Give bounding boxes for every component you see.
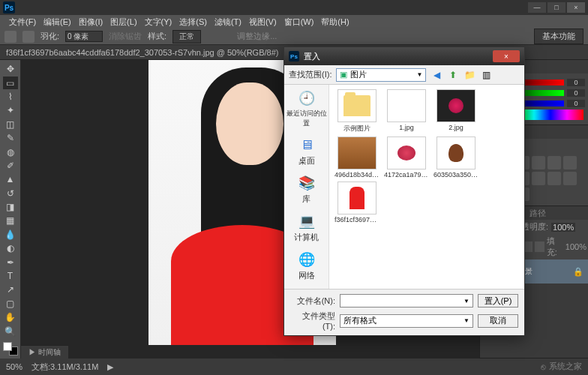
menu-layer[interactable]: 图层(L) <box>107 16 140 28</box>
zoom-level[interactable]: 50% <box>6 362 22 371</box>
watermark-text: 系统之家 <box>549 361 582 372</box>
brush-tool[interactable]: ✐ <box>3 160 18 172</box>
zoom-tool[interactable]: 🔍 <box>3 325 18 337</box>
menu-file[interactable]: 文件(F) <box>6 16 39 28</box>
feather-input[interactable] <box>65 31 103 42</box>
r-value[interactable]: 0 <box>567 79 585 86</box>
recent-icon: 🕘 <box>296 89 317 107</box>
file-item[interactable]: 2.jpg <box>433 89 479 134</box>
gradient-tool[interactable]: ▦ <box>3 214 18 226</box>
status-arrow-icon[interactable]: ▶ <box>107 362 113 372</box>
adj-hue-icon[interactable] <box>563 156 577 170</box>
dialog-title-bar[interactable]: Ps 置入 × <box>284 47 524 65</box>
crop-tool[interactable]: ◫ <box>3 118 18 130</box>
menu-text[interactable]: 文字(Y) <box>142 16 176 28</box>
chevron-down-icon: ▼ <box>417 71 423 78</box>
lookin-combo[interactable]: ▣ 图片 ▼ <box>336 68 426 82</box>
style-label: 样式: <box>148 31 166 42</box>
place-computer[interactable]: 💻计算机 <box>294 212 319 243</box>
adj-lookup-icon[interactable] <box>532 172 545 185</box>
menu-help[interactable]: 帮助(H) <box>318 16 352 28</box>
views-icon[interactable]: ▥ <box>480 69 492 81</box>
adj-vibrance-icon[interactable] <box>548 156 561 170</box>
menu-image[interactable]: 图像(I) <box>76 16 106 28</box>
place-recent[interactable]: 🕘最近访问的位置 <box>284 89 328 128</box>
wand-tool[interactable]: ✦ <box>3 104 18 116</box>
file-item[interactable]: 603503a350104... <box>433 136 479 178</box>
menu-window[interactable]: 窗口(W) <box>281 16 317 28</box>
desktop-icon: 🖥 <box>296 136 317 154</box>
lock-all-icon[interactable] <box>535 242 544 252</box>
type-tool[interactable]: T <box>3 270 18 282</box>
dialog-title: 置入 <box>304 51 320 62</box>
marquee-icon[interactable] <box>22 31 34 43</box>
b-value[interactable]: 0 <box>567 100 585 107</box>
g-value[interactable]: 0 <box>567 89 585 97</box>
place-desktop[interactable]: 🖥桌面 <box>296 136 317 166</box>
adj-invert-icon[interactable] <box>548 172 561 185</box>
filetype-select[interactable]: 所有格式▼ <box>340 314 473 328</box>
filename-input[interactable]: ▼ <box>340 294 473 308</box>
back-icon[interactable]: ◀ <box>430 69 442 81</box>
menu-select[interactable]: 选择(S) <box>176 16 210 28</box>
marquee-tool[interactable]: ▭ <box>3 76 18 88</box>
toolbox: ✥ ▭ ⌇ ✦ ◫ ✎ ◍ ✐ ▲ ↺ ◨ ▦ 💧 ◐ ✒ T ↗ ▢ ✋ 🔍 <box>0 60 21 358</box>
minimize-button[interactable]: — <box>528 2 546 13</box>
menu-edit[interactable]: 编辑(E) <box>40 16 74 28</box>
style-select[interactable]: 正常 <box>172 30 201 44</box>
lock-icon: 🔒 <box>573 267 584 277</box>
pen-tool[interactable]: ✒ <box>3 256 18 268</box>
fill-value[interactable]: 100% <box>566 242 586 251</box>
paths-tab[interactable]: 路径 <box>530 208 546 219</box>
window-buttons: — □ × <box>528 2 585 13</box>
stamp-tool[interactable]: ▲ <box>3 173 18 185</box>
document-tab[interactable]: f36f1cf3697b6aabc44cddfa6178ddf2_307053-… <box>6 48 287 57</box>
blur-tool[interactable]: 💧 <box>3 229 18 241</box>
menu-view[interactable]: 视图(V) <box>246 16 280 28</box>
file-item[interactable]: f36f1cf3697b6... <box>334 182 380 224</box>
lasso-tool[interactable]: ⌇ <box>3 91 18 103</box>
up-icon[interactable]: ⬆ <box>447 69 459 81</box>
dodge-tool[interactable]: ◐ <box>3 242 18 254</box>
maximize-button[interactable]: □ <box>548 2 566 13</box>
heal-tool[interactable]: ◍ <box>3 146 18 158</box>
workspace-switcher[interactable]: 基本功能 <box>534 28 584 44</box>
cancel-button[interactable]: 取消 <box>478 314 518 328</box>
history-brush-tool[interactable]: ↺ <box>3 188 18 200</box>
chevron-down-icon: ▼ <box>464 298 470 304</box>
lookin-label: 查找范围(I): <box>289 69 332 80</box>
place-button[interactable]: 置入(P) <box>478 294 518 308</box>
place-library[interactable]: 📚库 <box>296 174 317 205</box>
opacity-value[interactable]: 100% <box>551 223 575 232</box>
refine-edge-button[interactable]: 调整边缘... <box>237 31 277 42</box>
eyedropper-tool[interactable]: ✎ <box>3 132 18 144</box>
eraser-tool[interactable]: ◨ <box>3 201 18 213</box>
doc-info[interactable]: 文档:3.11M/3.11M <box>32 362 98 373</box>
dialog-body: 🕘最近访问的位置 🖥桌面 📚库 💻计算机 🌐网络 示例图片 1.jpg 2.jp… <box>284 85 524 289</box>
place-dialog: Ps 置入 × 查找范围(I): ▣ 图片 ▼ ◀ ⬆ 📁 ▥ 🕘最近访问的位置… <box>284 46 525 336</box>
watermark: ⎋ 系统之家 <box>541 361 582 372</box>
file-item[interactable]: 示例图片 <box>334 89 380 134</box>
file-item[interactable]: 496d18b34d07... <box>334 136 380 178</box>
library-icon: 📚 <box>296 174 317 192</box>
dialog-close-button[interactable]: × <box>493 50 520 62</box>
title-bar: Ps — □ × <box>0 0 588 15</box>
new-folder-icon[interactable]: 📁 <box>464 69 476 81</box>
document-tab-label: f36f1cf3697b6aabc44cddfa6178ddf2_307053-… <box>6 48 278 57</box>
file-list[interactable]: 示例图片 1.jpg 2.jpg 496d18b34d07... 4172ca1… <box>329 85 524 289</box>
adj-exposure-icon[interactable] <box>532 156 545 170</box>
place-network[interactable]: 🌐网络 <box>296 250 317 281</box>
shape-tool[interactable]: ▢ <box>3 298 18 310</box>
adj-poster-icon[interactable] <box>563 172 577 185</box>
move-tool[interactable]: ✥ <box>3 63 18 75</box>
menu-filter[interactable]: 滤镜(T) <box>212 16 244 28</box>
file-item[interactable]: 4172ca1a795d... <box>383 136 430 178</box>
tool-preset-icon[interactable] <box>4 31 16 43</box>
hand-tool[interactable]: ✋ <box>3 311 18 323</box>
path-tool[interactable]: ↗ <box>3 284 18 296</box>
status-bar: 50% 文档:3.11M/3.11M ▶ <box>0 358 588 375</box>
file-item[interactable]: 1.jpg <box>383 89 430 134</box>
color-swatch[interactable] <box>3 342 18 356</box>
timeline-tab[interactable]: ▶ 时间轴 <box>21 345 68 358</box>
close-button[interactable]: × <box>567 2 585 13</box>
